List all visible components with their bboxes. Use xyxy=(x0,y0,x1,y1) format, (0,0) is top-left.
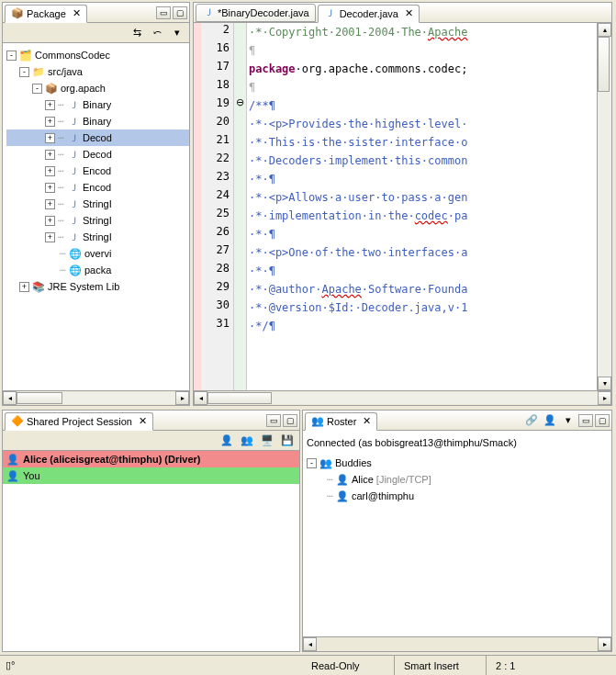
expand-toggle[interactable]: + xyxy=(45,183,55,193)
scroll-left-button[interactable]: ◂ xyxy=(303,637,317,651)
roster-icon: 👥 xyxy=(311,415,324,428)
code-line[interactable]: ·*·This·is·the·sister·interface·o xyxy=(249,133,597,152)
participant-list[interactable]: 👤Alice (aliceisgreat@thimphu) (Driver)👤Y… xyxy=(3,451,299,651)
buddy-item[interactable]: ┈👤Alice [Jingle/TCP] xyxy=(307,471,608,488)
code-line[interactable]: ·*·<p>Allows·a·user·to·pass·a·gen xyxy=(249,188,597,207)
minimize-button[interactable]: ▭ xyxy=(578,414,593,427)
expand-toggle[interactable]: + xyxy=(45,232,55,242)
expand-toggle[interactable]: + xyxy=(45,100,55,110)
tree-item-label: overvi xyxy=(84,245,111,262)
tree-item[interactable]: +┈ＪEncod xyxy=(6,179,189,196)
participant-row[interactable]: 👤You xyxy=(3,467,299,484)
tree-item[interactable]: +┈ＪStringI xyxy=(6,229,189,245)
close-icon[interactable]: ✕ xyxy=(363,415,371,427)
tree-item-label: Decod xyxy=(83,129,112,146)
scroll-right-button[interactable]: ▸ xyxy=(175,391,189,405)
code-line[interactable]: ·*·Decoders·implement·this·common xyxy=(249,152,597,170)
session-action-3[interactable]: 🖥️ xyxy=(259,433,275,449)
java-file-icon: Ｊ xyxy=(67,164,80,177)
tree-item[interactable]: +┈ＪDecod xyxy=(6,129,189,146)
participant-row[interactable]: 👤Alice (aliceisgreat@thimphu) (Driver) xyxy=(3,451,299,467)
collapse-all-button[interactable]: ⇆ xyxy=(129,25,145,41)
roster-adduser-button[interactable]: 👤 xyxy=(542,412,558,429)
maximize-button[interactable]: ▢ xyxy=(283,414,297,427)
expand-toggle[interactable]: + xyxy=(19,282,29,292)
expand-toggle[interactable]: - xyxy=(19,67,29,77)
tree-item[interactable]: ┈🌐overvi xyxy=(6,245,189,262)
h-scrollbar[interactable]: ◂ ▸ xyxy=(303,636,611,651)
package-tree[interactable]: -🗂️CommonsCodec -📁src/java -📦org.apach +… xyxy=(3,43,189,390)
h-scrollbar[interactable]: ◂ ▸ xyxy=(3,390,189,405)
tree-item[interactable]: ┈🌐packa xyxy=(6,262,189,278)
session-action-1[interactable]: 👤 xyxy=(218,433,235,449)
expand-toggle[interactable]: + xyxy=(45,216,55,226)
scroll-up-button[interactable]: ▴ xyxy=(598,23,611,37)
group-icon: 👥 xyxy=(319,456,332,469)
code-line[interactable]: ·*·¶ xyxy=(249,262,597,280)
expand-toggle[interactable]: - xyxy=(6,51,17,61)
code-line[interactable]: ·*·implementation·in·the·codec·pa xyxy=(249,207,597,225)
tab-binarydecoder[interactable]: Ｊ *BinaryDecoder.java xyxy=(196,4,316,22)
expand-toggle[interactable]: - xyxy=(32,84,42,94)
code-line[interactable]: ·*·<p>One·of·the·two·interfaces·a xyxy=(249,243,597,262)
buddy-icon: 👤 xyxy=(336,473,349,486)
minimize-button[interactable]: ▭ xyxy=(156,6,171,19)
v-scrollbar[interactable]: ▴ ▾ xyxy=(597,23,611,390)
session-action-2[interactable]: 👥 xyxy=(239,433,255,449)
scroll-left-button[interactable]: ◂ xyxy=(194,391,207,405)
code-line[interactable]: ¶ xyxy=(249,41,597,60)
code-line[interactable]: ·*·¶ xyxy=(249,170,597,188)
view-menu-button[interactable]: ▾ xyxy=(560,412,577,429)
tab-package[interactable]: 📦 Package ✕ xyxy=(5,5,87,23)
h-scrollbar[interactable]: ◂ ▸ xyxy=(194,390,611,405)
expand-toggle[interactable]: + xyxy=(45,133,55,143)
expand-toggle[interactable]: + xyxy=(45,117,55,127)
java-file-icon: Ｊ xyxy=(67,181,80,194)
code-line[interactable]: package·org.apache.commons.codec; xyxy=(249,60,597,78)
expand-toggle[interactable]: + xyxy=(45,199,55,209)
scroll-down-button[interactable]: ▾ xyxy=(598,377,611,390)
code-line[interactable]: ·*·@version·$Id:·Decoder.java,v·1 xyxy=(249,298,597,317)
view-menu-button[interactable]: ▾ xyxy=(169,25,185,41)
tab-decoder[interactable]: Ｊ Decoder.java ✕ xyxy=(318,5,420,23)
session-toolbar: 👤 👥 🖥️ 💾 xyxy=(3,431,299,451)
fold-toggle[interactable]: ⊖ xyxy=(234,96,246,115)
code-line[interactable]: ·*·<p>Provides·the·highest·level· xyxy=(249,115,597,133)
java-file-icon: Ｊ xyxy=(67,98,80,111)
tree-item[interactable]: +┈ＪStringI xyxy=(6,212,189,229)
tree-item[interactable]: +┈ＪDecod xyxy=(6,146,189,163)
maximize-button[interactable]: ▢ xyxy=(173,6,187,19)
code-line[interactable]: /**¶ xyxy=(249,96,597,115)
roster-connect-button[interactable]: 🔗 xyxy=(523,412,540,429)
code-line[interactable]: ·*·¶ xyxy=(249,225,597,243)
expand-toggle[interactable]: + xyxy=(45,150,55,160)
scroll-right-button[interactable]: ▸ xyxy=(598,391,611,405)
buddy-item[interactable]: ┈👤carl@thimphu xyxy=(307,488,608,504)
expand-toggle[interactable]: + xyxy=(45,166,55,176)
tree-item[interactable]: +┈ＪBinary xyxy=(6,113,189,129)
close-icon[interactable]: ✕ xyxy=(139,415,147,427)
fold-margin[interactable]: ⊖ xyxy=(234,23,247,390)
expand-toggle[interactable]: - xyxy=(307,458,317,468)
code-area[interactable]: ·*·Copyright·2001-2004·The·Apache¶packag… xyxy=(247,23,597,390)
scroll-right-button[interactable]: ▸ xyxy=(598,637,611,651)
tab-session[interactable]: 🔶 Shared Project Session ✕ xyxy=(5,412,153,431)
scroll-left-button[interactable]: ◂ xyxy=(3,391,17,405)
tree-pkg: org.apach xyxy=(61,80,106,96)
close-icon[interactable]: ✕ xyxy=(73,7,81,19)
code-line[interactable]: ·*/¶ xyxy=(249,317,597,335)
tab-roster[interactable]: 👥 Roster ✕ xyxy=(305,412,377,431)
close-icon[interactable]: ✕ xyxy=(405,7,413,19)
minimize-button[interactable]: ▭ xyxy=(266,414,281,427)
maximize-button[interactable]: ▢ xyxy=(595,414,610,427)
project-icon: 🗂️ xyxy=(19,49,32,62)
session-action-4[interactable]: 💾 xyxy=(279,433,296,449)
tree-item[interactable]: +┈ＪStringI xyxy=(6,196,189,212)
tree-item[interactable]: +┈ＪEncod xyxy=(6,163,189,179)
code-line[interactable]: ¶ xyxy=(249,78,597,96)
tree-item[interactable]: +┈ＪBinary xyxy=(6,96,189,113)
code-line[interactable]: ·*·Copyright·2001-2004·The·Apache xyxy=(249,23,597,41)
link-editor-button[interactable]: ⤺ xyxy=(149,25,165,41)
code-line[interactable]: ·*·@author·Apache·Software·Founda xyxy=(249,280,597,298)
java-file-icon: Ｊ xyxy=(202,6,215,19)
